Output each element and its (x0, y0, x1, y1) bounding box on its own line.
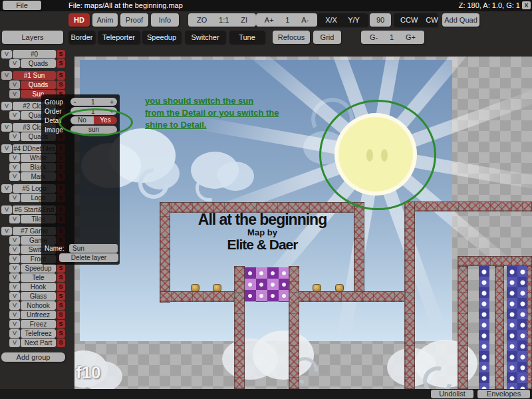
layer-row-telefreez[interactable]: VTelefreezS (9, 329, 65, 338)
anim-slower-button[interactable]: A- (297, 16, 313, 24)
s-toggle[interactable]: S (57, 301, 65, 310)
visibility-toggle[interactable]: V (9, 236, 20, 245)
add-group-button[interactable]: Add group (1, 352, 65, 362)
s-toggle[interactable]: S (57, 71, 65, 80)
visibility-toggle[interactable]: V (1, 71, 12, 80)
layer-row-tele[interactable]: VTeleS (9, 273, 65, 282)
zoom-in-button[interactable]: ZI (237, 16, 251, 24)
zoom-reset-button[interactable]: 1:1 (215, 16, 233, 24)
flip-y-button[interactable]: Y/Y (344, 16, 364, 24)
group-row-1-sun[interactable]: V#1 SunS (1, 71, 65, 80)
layer-row-speedup[interactable]: VSpeedupS (9, 264, 65, 273)
brick-wall (458, 256, 532, 266)
visibility-toggle[interactable]: V (9, 59, 20, 68)
anim-faster-button[interactable]: A+ (261, 16, 278, 24)
layer-row-quads[interactable]: VQuadsS (9, 80, 65, 89)
s-toggle[interactable]: S (57, 338, 65, 347)
close-icon[interactable]: X (522, 1, 531, 9)
brick-wall (160, 202, 170, 303)
visibility-toggle[interactable]: V (1, 184, 12, 193)
visibility-toggle[interactable]: V (1, 102, 12, 110)
visibility-toggle[interactable]: V (9, 163, 20, 172)
s-toggle[interactable]: S (57, 292, 65, 301)
row-label: Telefreez (21, 329, 56, 338)
map-canvas[interactable]: All at the beginning Map by Elite & Daer… (74, 57, 532, 389)
pickup-item (191, 284, 200, 292)
row-label: Tele (21, 273, 56, 282)
visibility-toggle[interactable]: V (9, 80, 20, 89)
speedup-button[interactable]: Speedup (142, 31, 181, 44)
layer-name-input[interactable]: Sun (69, 244, 118, 253)
layer-row-freez[interactable]: VFreezS (9, 320, 65, 329)
s-toggle[interactable]: S (57, 311, 65, 319)
refocus-button[interactable]: Refocus (273, 31, 310, 44)
layer-row-glass[interactable]: VGlassS (9, 292, 65, 301)
undolist-button[interactable]: Undolist (431, 390, 473, 398)
layer-row-unfreez[interactable]: VUnfreezS (9, 311, 65, 319)
rotate-ccw-button[interactable]: CCW (396, 16, 422, 24)
brick-wall (458, 266, 468, 389)
brick-wall (527, 266, 532, 389)
visibility-toggle[interactable]: V (1, 144, 12, 153)
s-toggle[interactable]: S (57, 264, 65, 273)
grid-button[interactable]: Grid (313, 31, 341, 44)
visibility-toggle[interactable]: V (9, 245, 20, 254)
visibility-toggle[interactable]: V (9, 172, 20, 181)
group-row-0[interactable]: V#0S (1, 50, 65, 59)
visibility-toggle[interactable]: V (9, 273, 20, 282)
visibility-toggle[interactable]: V (9, 132, 20, 141)
visibility-toggle[interactable]: V (1, 227, 12, 235)
proof-toggle-button[interactable]: Proof (120, 13, 148, 27)
tune-button[interactable]: Tune (229, 31, 265, 44)
group-minus-button[interactable]: - (74, 98, 76, 106)
visibility-toggle[interactable]: V (1, 205, 12, 214)
switcher-button[interactable]: Switcher (185, 31, 225, 44)
s-toggle[interactable]: S (57, 59, 65, 68)
anim-toggle-button[interactable]: Anim (92, 13, 118, 27)
visibility-toggle[interactable]: V (9, 301, 20, 310)
s-toggle[interactable]: S (57, 50, 65, 59)
s-toggle[interactable]: S (57, 273, 65, 282)
visibility-toggle[interactable]: V (9, 283, 20, 291)
rotate-cw-button[interactable]: CW (422, 16, 442, 24)
border-button[interactable]: Border (68, 31, 95, 44)
map-name-text: All at the beginning (174, 211, 350, 227)
layer-row-quads[interactable]: VQuadsS (9, 59, 65, 68)
visibility-toggle[interactable]: V (9, 292, 20, 301)
visibility-toggle[interactable]: V (9, 215, 20, 223)
visibility-toggle[interactable]: V (9, 320, 20, 329)
s-toggle[interactable]: S (57, 80, 65, 89)
delete-layer-button[interactable]: Delete layer (59, 253, 118, 262)
hd-toggle-button[interactable]: HD (68, 13, 90, 27)
layer-row-nohook[interactable]: VNohookS (9, 301, 65, 310)
visibility-toggle[interactable]: V (9, 311, 20, 319)
visibility-toggle[interactable]: V (1, 123, 12, 132)
info-toggle-button[interactable]: Info (151, 13, 179, 27)
grid-smaller-button[interactable]: G- (366, 33, 382, 41)
grid-larger-button[interactable]: G+ (402, 33, 420, 41)
visibility-toggle[interactable]: V (1, 50, 12, 59)
flip-x-button[interactable]: X/X (321, 16, 341, 24)
s-toggle[interactable]: S (57, 320, 65, 329)
visibility-toggle[interactable]: V (9, 90, 20, 98)
visibility-toggle[interactable]: V (9, 111, 20, 120)
layer-row-hook[interactable]: VHookS (9, 283, 65, 291)
zoom-controls: ZO 1:1 ZI (188, 13, 256, 27)
s-toggle[interactable]: S (57, 329, 65, 338)
add-quad-button[interactable]: Add Quad (442, 13, 479, 27)
s-toggle[interactable]: S (57, 283, 65, 291)
rotate-90-button[interactable]: 90 (370, 13, 391, 27)
row-label: Quads (21, 59, 56, 68)
visibility-toggle[interactable]: V (9, 194, 20, 202)
zoom-out-button[interactable]: ZO (193, 16, 211, 24)
layer-row-next-part[interactable]: VNext PartS (9, 338, 65, 347)
group-plus-button[interactable]: + (110, 98, 114, 106)
teleporter-button[interactable]: Teleporter (98, 31, 140, 44)
visibility-toggle[interactable]: V (9, 154, 20, 162)
visibility-toggle[interactable]: V (9, 338, 20, 347)
visibility-toggle[interactable]: V (9, 329, 20, 338)
visibility-toggle[interactable]: V (9, 255, 20, 263)
visibility-toggle[interactable]: V (9, 264, 20, 273)
tele-tile-tower (479, 266, 489, 389)
envelopes-button[interactable]: Envelopes (477, 390, 530, 398)
